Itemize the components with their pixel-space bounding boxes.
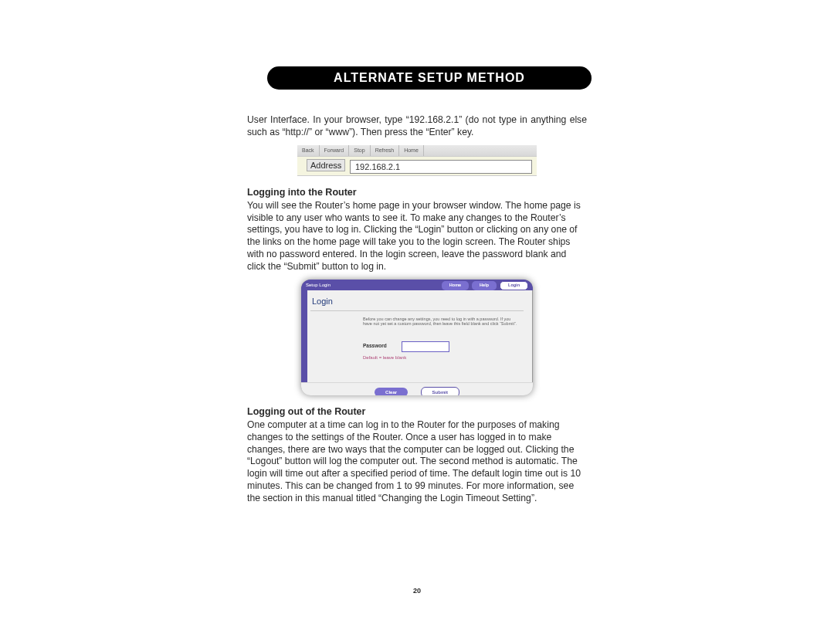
page-number: 20 xyxy=(0,587,834,595)
password-label: Password xyxy=(363,343,387,348)
section1-body: You will see the Router’s home page in y… xyxy=(247,200,587,273)
section-header: ALTERNATE SETUP METHOD xyxy=(267,66,592,90)
password-default-hint: Default = leave blank xyxy=(363,355,406,360)
section2-body: One computer at a time can log in to the… xyxy=(247,419,587,505)
login-divider xyxy=(310,310,524,311)
section1-title: Logging into the Router xyxy=(247,187,587,198)
login-topbar: Setup Login Home Help Login xyxy=(301,280,533,290)
login-topbar-title: Setup Login xyxy=(306,283,331,287)
section2-title: Logging out of the Router xyxy=(247,406,587,417)
nav-help-button[interactable]: Help xyxy=(472,281,497,290)
login-title: Login xyxy=(312,297,333,306)
toolbar-back: Back xyxy=(297,145,320,156)
submit-button[interactable]: Submit xyxy=(421,387,459,395)
address-label: Address xyxy=(307,159,345,171)
address-input[interactable]: 192.168.2.1 xyxy=(350,160,532,174)
intro-text: User Interface. In your browser, type “1… xyxy=(247,114,587,139)
browser-toolbar: BackForwardStopRefreshHome xyxy=(297,145,537,157)
clear-button[interactable]: Clear xyxy=(375,388,408,395)
toolbar-home: Home xyxy=(399,145,424,156)
nav-login-button[interactable]: Login xyxy=(500,281,528,290)
login-message: Before you can change any settings, you … xyxy=(363,317,517,327)
nav-home-button[interactable]: Home xyxy=(442,281,469,290)
figure-address-bar: BackForwardStopRefreshHome Address 192.1… xyxy=(297,145,537,176)
figure-login-panel: Setup Login Home Help Login Login Before… xyxy=(301,280,533,395)
password-input[interactable] xyxy=(402,341,449,352)
login-leftbar xyxy=(301,290,307,383)
toolbar-forward: Forward xyxy=(320,145,350,156)
toolbar-stop: Stop xyxy=(349,145,370,156)
toolbar-refresh: Refresh xyxy=(371,145,400,156)
